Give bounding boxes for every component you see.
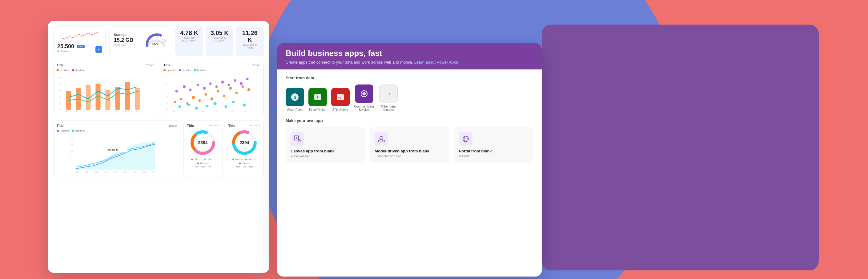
sql-label: SQL Server <box>333 108 348 111</box>
svg-point-52 <box>228 84 230 86</box>
page: { "background": { "coral": "#f07070", "b… <box>0 0 868 279</box>
svg-point-43 <box>247 88 251 91</box>
svg-point-55 <box>246 78 249 80</box>
chart3-svg: 6k 5k 4k 3k 2k 1k $59,492.10 Jan Feb Mar <box>57 133 177 173</box>
svg-text:4k: 4k <box>59 96 61 98</box>
svg-text:M: M <box>105 110 107 112</box>
kpi-goal-2: Goal: 10.7 K (-5%) <box>240 44 259 49</box>
svg-point-51 <box>221 80 224 83</box>
donut2-svg: 2394 <box>230 129 258 156</box>
svg-text:May: May <box>114 171 118 173</box>
followers-badge: +3% <box>76 45 85 48</box>
kpi-goal-1: Goal: 3.0 K (+0.98%) <box>210 37 229 42</box>
svg-point-53 <box>234 79 237 82</box>
svg-point-46 <box>189 89 192 91</box>
svg-text:4k: 4k <box>165 96 168 98</box>
donut1-sub: last week <box>209 124 219 128</box>
donut-charts-row: Title last week 2394 124(+12) 124(+1 <box>183 120 264 178</box>
sharepoint-icon-box: S <box>286 88 304 106</box>
kpi-item-2: 11.26 K Goal: 10.7 K (-5%) <box>236 27 264 56</box>
pa-icon-sharepoint[interactable]: S SharePoint <box>286 88 304 111</box>
svg-point-44 <box>176 90 178 93</box>
pa-icon-sql[interactable]: SQL SQL Server <box>331 88 350 111</box>
svg-point-34 <box>192 96 195 99</box>
model-icon-svg <box>377 135 385 143</box>
portal-globe-icon: ⊕ <box>459 154 462 158</box>
svg-point-50 <box>215 85 218 88</box>
svg-text:6k: 6k <box>70 138 73 140</box>
svg-point-63 <box>243 104 246 107</box>
svg-point-56 <box>179 105 181 108</box>
common-data-icon-box <box>355 84 373 103</box>
svg-point-48 <box>203 86 206 90</box>
chart3-legend: Headline Headline <box>57 129 177 132</box>
svg-text:4k: 4k <box>216 110 219 112</box>
sharepoint-label: SharePoint <box>287 108 302 111</box>
svg-point-39 <box>223 95 226 97</box>
svg-text:SQL: SQL <box>338 96 343 99</box>
svg-text:M: M <box>76 110 78 112</box>
storage-sub: of 50 GB <box>114 43 133 46</box>
followers-sub: Followers <box>57 50 101 53</box>
make-app-title: Make your own app <box>286 118 533 123</box>
svg-line-119 <box>381 139 383 140</box>
svg-point-62 <box>232 101 235 103</box>
svg-text:Apr: Apr <box>104 171 108 173</box>
donut2-box: Title last week 2394 124(+12) 124(+12) 1… <box>225 120 264 178</box>
svg-point-49 <box>209 82 212 85</box>
chart1-export[interactable]: Export <box>146 64 154 67</box>
donut2-sub: last week <box>250 124 260 128</box>
canvas-sub: Canvas app <box>294 154 310 158</box>
donut1-title: Title <box>187 124 194 128</box>
kpi-val-2: 11.26 K <box>240 30 259 44</box>
kpi-goal-0: Goal: 420 (+1037.86%) <box>180 37 199 42</box>
svg-text:S: S <box>293 95 297 100</box>
model-title: Model-driven app from blank <box>375 149 444 153</box>
pa-icon-other[interactable]: → Other data sources <box>378 84 398 111</box>
donut1-legend: 124(+12) 124(+12) 124(+12) <box>187 158 219 164</box>
pa-icon-common-data[interactable]: Common Data Service <box>354 84 374 111</box>
followers-action-btn[interactable]: + <box>95 46 102 53</box>
svg-text:1k: 1k <box>59 108 61 110</box>
other-icon-box: → <box>379 84 398 103</box>
svg-text:3k: 3k <box>59 102 61 104</box>
svg-text:Mar: Mar <box>94 171 98 173</box>
pa-learn-link[interactable]: Learn about Power Apps <box>414 60 458 65</box>
common-data-label: Common Data Service <box>354 105 374 111</box>
svg-text:1k: 1k <box>173 110 176 112</box>
svg-point-61 <box>225 105 227 108</box>
svg-text:5k: 5k <box>165 90 168 92</box>
sharepoint-logo: S <box>290 93 300 102</box>
make-model-app[interactable]: Model-driven app from blank ○ Model-driv… <box>370 127 449 163</box>
svg-text:M: M <box>96 110 98 112</box>
kpi-item-0: 4.78 K Goal: 420 (+1037.86%) <box>175 27 203 56</box>
chart1-svg: 7k 6k 5k 4k 3k 1k M <box>57 73 154 113</box>
model-sub: Model-driven app <box>377 154 401 158</box>
pa-icon-excel[interactable]: X Excel Online <box>308 88 327 111</box>
excel-icon-box: X <box>308 88 327 106</box>
svg-text:5k: 5k <box>70 144 73 146</box>
make-canvas-app[interactable]: Canvas app from blank ✏ Canvas app <box>286 127 365 163</box>
model-icon <box>375 132 388 146</box>
svg-text:7k: 7k <box>165 77 168 79</box>
svg-point-54 <box>240 82 243 85</box>
portal-title: Portal from blank <box>459 149 528 153</box>
chart2-export[interactable]: Export <box>252 64 260 67</box>
svg-text:$59,492.10: $59,492.10 <box>108 149 119 151</box>
chart1-legend: Headline Headline <box>57 69 154 72</box>
svg-text:Jan: Jan <box>75 171 79 173</box>
donut2-title: Title <box>228 124 235 128</box>
svg-point-32 <box>180 98 183 100</box>
svg-point-58 <box>195 107 198 110</box>
svg-point-57 <box>188 104 190 106</box>
svg-text:Feb: Feb <box>85 171 88 173</box>
make-portal-app[interactable]: Portal from blank ⊕ Portal <box>454 127 533 163</box>
svg-text:7k: 7k <box>59 77 61 79</box>
svg-text:1k: 1k <box>70 168 73 171</box>
svg-point-59 <box>206 105 209 107</box>
pa-header: Build business apps, fast Create apps th… <box>277 43 542 69</box>
chart3-export[interactable]: Export <box>169 124 177 127</box>
pa-header-sub: Create apps that connect to your data an… <box>286 60 533 65</box>
svg-text:Jul: Jul <box>143 171 146 173</box>
svg-text:2394: 2394 <box>240 140 249 145</box>
